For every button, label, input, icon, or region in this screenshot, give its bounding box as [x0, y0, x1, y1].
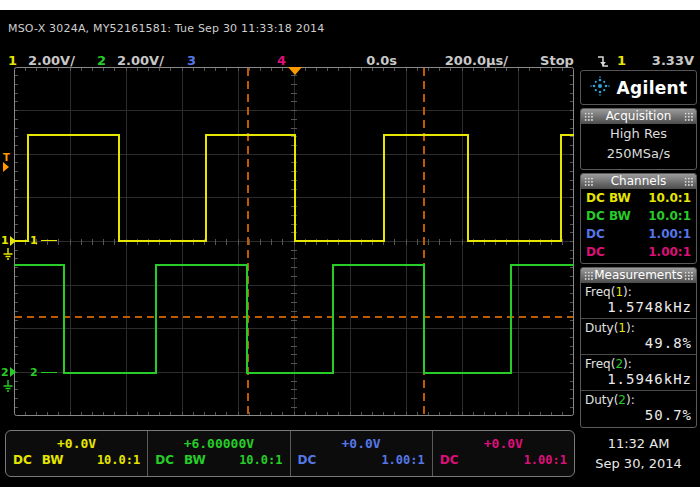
ch4-offset: +0.0V: [440, 435, 567, 452]
ch3-status-box[interactable]: +0.0V DC 1.00:1: [290, 431, 432, 476]
ch1-offset: +0.0V: [13, 435, 140, 452]
trigger-level-label: T: [3, 153, 10, 162]
measurement-row[interactable]: Duty(1): 49.8%: [581, 319, 696, 355]
channels-row-4[interactable]: DC 1.00:1: [581, 243, 696, 261]
channels-row-2[interactable]: DC BW 10.0:1: [581, 207, 696, 225]
channels-row-3[interactable]: DC 1.00:1: [581, 225, 696, 243]
trigger-position-marker[interactable]: [288, 67, 302, 75]
ch2-ground-symbol-icon: [2, 378, 14, 397]
clock-date: Sep 30, 2014: [580, 454, 697, 474]
trigger-level-arrow-icon: [3, 162, 9, 172]
agilent-spark-icon: [590, 76, 610, 100]
ch1-ground-label-inner: 1: [30, 234, 57, 247]
oscilloscope-screenshot: MSO-X 3024A, MY52161581: Tue Sep 30 11:3…: [0, 0, 700, 500]
grip-icon: [684, 112, 693, 121]
ch2-ground-tick: [41, 372, 57, 373]
ch1-ground-tick: [41, 240, 57, 241]
measurement-row[interactable]: Freq(2): 1.5946kHz: [581, 355, 696, 391]
grip-icon: [584, 271, 593, 280]
brand-logo: Agilent: [580, 70, 697, 105]
ch2-offset: +6.00000V: [155, 435, 282, 452]
title-bar: MSO-X 3024A, MY52161581: Tue Sep 30 11:3…: [8, 22, 325, 35]
measurement-value: 1.5748kHz: [585, 299, 692, 315]
measurement-value: 50.7%: [585, 407, 692, 423]
acquisition-mode: High Res: [581, 124, 696, 144]
waveform-plot: [14, 67, 574, 416]
scope-screen: MSO-X 3024A, MY52161581: Tue Sep 30 11:3…: [0, 10, 700, 487]
sample-rate: 250MSa/s: [581, 144, 696, 164]
clock-time: 11:32 AM: [580, 434, 697, 454]
grip-icon: [584, 177, 593, 186]
grip-icon: [684, 177, 693, 186]
ch2-ground-label-inner: 2: [30, 366, 57, 379]
ch3-offset: +0.0V: [298, 435, 425, 452]
acquisition-panel: Acquisition High Res 250MSa/s: [580, 108, 697, 170]
clock: 11:32 AM Sep 30, 2014: [580, 434, 697, 474]
status-trigger-level[interactable]: 3.33V: [638, 53, 694, 70]
measurement-row[interactable]: Freq(1): 1.5748kHz: [581, 283, 696, 319]
status-trigger-source[interactable]: 1: [617, 53, 626, 70]
measurement-value: 1.5946kHz: [585, 371, 692, 387]
channel-status-bar: +0.0V DC BW 10.0:1 +6.00000V DC BW 10.0:…: [5, 430, 575, 477]
brand-name: Agilent: [617, 78, 688, 98]
ch2-status-box[interactable]: +6.00000V DC BW 10.0:1: [147, 431, 289, 476]
measurement-value: 49.8%: [585, 335, 692, 351]
acquisition-header[interactable]: Acquisition: [581, 109, 696, 124]
measurement-row[interactable]: Duty(2): 50.7%: [581, 391, 696, 426]
ch1-ground-symbol-icon: [2, 246, 14, 265]
channels-header[interactable]: Channels: [581, 174, 696, 189]
ch4-status-box[interactable]: +0.0V DC 1.00:1: [432, 431, 574, 476]
channels-row-1[interactable]: DC BW 10.0:1: [581, 189, 696, 207]
grip-icon: [684, 271, 693, 280]
grip-icon: [584, 112, 593, 121]
trigger-level-marker[interactable]: T: [3, 153, 10, 172]
channels-panel: Channels DC BW 10.0:1 DC BW 10.0:1 DC 1.…: [580, 173, 697, 264]
ch1-ground-arrow-icon: [10, 236, 16, 246]
ch1-status-box[interactable]: +0.0V DC BW 10.0:1: [6, 431, 147, 476]
measurements-header[interactable]: Measurements: [581, 268, 696, 283]
ch2-ground-arrow-icon: [10, 367, 16, 377]
measurements-panel: Measurements Freq(1): 1.5748kHz Duty(1):…: [580, 267, 697, 428]
